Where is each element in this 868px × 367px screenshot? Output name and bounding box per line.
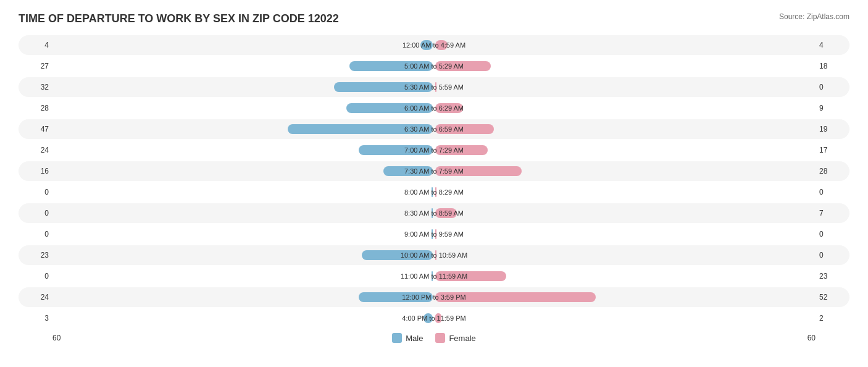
chart-row: 0 9:00 AM to 9:59 AM 0 bbox=[19, 224, 849, 244]
female-bar bbox=[435, 145, 488, 155]
chart-row: 24 7:00 AM to 7:29 AM 17 bbox=[19, 140, 849, 160]
chart-row: 16 7:30 AM to 7:59 AM 28 bbox=[19, 161, 849, 181]
female-bar bbox=[435, 313, 441, 323]
bars-container: 10:00 AM to 10:59 AM bbox=[52, 245, 816, 265]
male-bar-wrap bbox=[52, 144, 434, 156]
male-bar-wrap bbox=[52, 291, 434, 303]
female-bar bbox=[435, 271, 506, 281]
female-bar bbox=[435, 166, 522, 176]
female-value: 52 bbox=[816, 293, 849, 302]
source-label: Source: ZipAtlas.com bbox=[779, 12, 849, 21]
female-bar-wrap bbox=[434, 249, 816, 261]
male-value: 23 bbox=[19, 251, 52, 259]
female-value: 0 bbox=[816, 230, 849, 238]
male-value: 32 bbox=[19, 83, 52, 91]
male-bar-wrap bbox=[52, 312, 434, 324]
female-bar bbox=[435, 292, 596, 302]
male-bar bbox=[288, 124, 433, 134]
female-bar-wrap bbox=[434, 60, 816, 72]
male-bar-wrap bbox=[52, 249, 434, 261]
bars-container: 7:30 AM to 7:59 AM bbox=[52, 161, 816, 181]
female-value: 0 bbox=[816, 188, 849, 196]
male-bar-wrap bbox=[52, 207, 434, 219]
male-value: 3 bbox=[19, 314, 52, 323]
bars-container: 8:30 AM to 8:59 AM bbox=[52, 203, 816, 223]
legend-female-box bbox=[435, 333, 445, 343]
chart-row: 24 12:00 PM to 3:59 PM 52 bbox=[19, 287, 849, 307]
female-bar-wrap bbox=[434, 165, 816, 177]
female-value: 17 bbox=[816, 146, 849, 154]
female-bar bbox=[435, 229, 436, 239]
female-bar bbox=[435, 82, 436, 92]
male-value: 0 bbox=[19, 209, 52, 217]
male-bar-wrap bbox=[52, 165, 434, 177]
female-value: 19 bbox=[816, 125, 849, 133]
male-bar-wrap bbox=[52, 102, 434, 114]
male-value: 24 bbox=[19, 146, 52, 154]
chart-row: 47 6:30 AM to 6:59 AM 19 bbox=[19, 119, 849, 139]
male-bar bbox=[334, 82, 433, 92]
bars-container: 8:00 AM to 8:29 AM bbox=[52, 182, 816, 202]
bars-container: 6:30 AM to 6:59 AM bbox=[52, 119, 816, 139]
chart-row: 3 4:00 PM to 11:59 PM 2 bbox=[19, 308, 849, 328]
chart-row: 0 8:30 AM to 8:59 AM 7 bbox=[19, 203, 849, 223]
chart-row: 0 8:00 AM to 8:29 AM 0 bbox=[19, 182, 849, 202]
bars-container: 7:00 AM to 7:29 AM bbox=[52, 140, 816, 160]
bars-container: 4:00 PM to 11:59 PM bbox=[52, 308, 816, 328]
female-bar-wrap bbox=[434, 102, 816, 114]
female-bar-wrap bbox=[434, 291, 816, 303]
male-value: 24 bbox=[19, 293, 52, 302]
chart-row: 27 5:00 AM to 5:29 AM 18 bbox=[19, 56, 849, 76]
male-bar-wrap bbox=[52, 270, 434, 282]
female-bar bbox=[435, 187, 436, 197]
legend-male: Male bbox=[392, 333, 423, 343]
bars-container: 5:00 AM to 5:29 AM bbox=[52, 56, 816, 76]
male-bar-wrap bbox=[52, 39, 434, 51]
female-value: 0 bbox=[816, 251, 849, 259]
female-value: 0 bbox=[816, 83, 849, 91]
male-bar-wrap bbox=[52, 123, 434, 135]
axis-min-left: 60 bbox=[52, 334, 61, 342]
legend-male-box bbox=[392, 333, 402, 343]
chart-row: 0 11:00 AM to 11:59 AM 23 bbox=[19, 266, 849, 286]
male-value: 0 bbox=[19, 188, 52, 196]
male-value: 0 bbox=[19, 230, 52, 238]
female-bar bbox=[435, 40, 448, 50]
male-bar bbox=[359, 292, 433, 302]
male-value: 0 bbox=[19, 272, 52, 281]
male-bar-wrap bbox=[52, 228, 434, 240]
male-bar bbox=[424, 313, 433, 323]
legend-female: Female bbox=[435, 333, 475, 343]
female-bar-wrap bbox=[434, 207, 816, 219]
male-bar bbox=[432, 271, 433, 281]
bars-container: 6:00 AM to 6:29 AM bbox=[52, 98, 816, 118]
female-bar bbox=[435, 103, 463, 113]
male-bar bbox=[432, 229, 433, 239]
female-value: 28 bbox=[816, 167, 849, 175]
female-value: 18 bbox=[816, 62, 849, 70]
female-bar-wrap bbox=[434, 39, 816, 51]
male-bar-wrap bbox=[52, 60, 434, 72]
female-bar bbox=[435, 124, 494, 134]
male-bar bbox=[359, 145, 433, 155]
male-value: 28 bbox=[19, 104, 52, 112]
chart-row: 4 12:00 AM to 4:59 AM 4 bbox=[19, 35, 849, 55]
male-bar-wrap bbox=[52, 186, 434, 198]
bars-container: 9:00 AM to 9:59 AM bbox=[52, 224, 816, 244]
axis-min-right: 60 bbox=[807, 334, 816, 342]
female-bar-wrap bbox=[434, 123, 816, 135]
chart-footer: 60 Male Female 60 bbox=[19, 333, 849, 343]
legend-male-label: Male bbox=[406, 334, 423, 343]
female-bar-wrap bbox=[434, 186, 816, 198]
female-value: 4 bbox=[816, 41, 849, 49]
male-bar-wrap bbox=[52, 81, 434, 93]
female-bar bbox=[435, 250, 436, 260]
male-bar bbox=[346, 103, 433, 113]
male-bar bbox=[432, 187, 433, 197]
female-value: 7 bbox=[816, 209, 849, 217]
male-value: 4 bbox=[19, 41, 52, 49]
bars-container: 12:00 AM to 4:59 AM bbox=[52, 35, 816, 55]
female-bar-wrap bbox=[434, 270, 816, 282]
chart-area: 4 12:00 AM to 4:59 AM 4 27 5:00 AM to 5:… bbox=[19, 35, 849, 328]
bars-container: 12:00 PM to 3:59 PM bbox=[52, 287, 816, 307]
